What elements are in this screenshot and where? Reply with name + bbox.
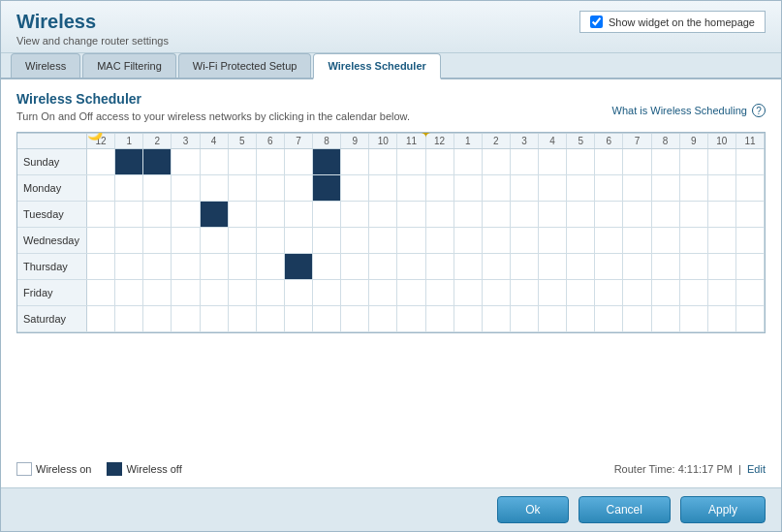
cell-wednesday-1[interactable]	[115, 228, 143, 253]
apply-button[interactable]: Apply	[680, 496, 766, 523]
cell-thursday-8[interactable]	[313, 254, 341, 279]
cell-tuesday-0[interactable]	[87, 202, 115, 227]
cell-saturday-9[interactable]	[341, 306, 369, 331]
cell-thursday-10[interactable]	[369, 254, 397, 279]
cell-sunday-8[interactable]	[313, 149, 341, 174]
cell-saturday-20[interactable]	[652, 306, 680, 331]
cell-thursday-11[interactable]	[397, 254, 425, 279]
cell-friday-6[interactable]	[257, 280, 285, 305]
cell-monday-19[interactable]	[623, 175, 651, 201]
cell-tuesday-15[interactable]	[511, 202, 539, 227]
cell-wednesday-22[interactable]	[708, 228, 736, 253]
cell-monday-3[interactable]	[172, 175, 200, 201]
cell-thursday-14[interactable]	[483, 254, 511, 279]
cell-friday-23[interactable]	[736, 280, 765, 305]
cell-sunday-11[interactable]	[397, 149, 425, 174]
cell-saturday-14[interactable]	[483, 306, 511, 331]
cell-tuesday-6[interactable]	[257, 202, 285, 227]
tab-mac-filtering[interactable]: MAC Filtering	[82, 53, 176, 78]
cell-friday-15[interactable]	[511, 280, 539, 305]
cancel-button[interactable]: Cancel	[579, 496, 671, 523]
cell-wednesday-14[interactable]	[483, 228, 511, 253]
cell-friday-3[interactable]	[172, 280, 200, 305]
cell-monday-12[interactable]	[426, 175, 454, 201]
cell-friday-9[interactable]	[341, 280, 369, 305]
cell-wednesday-12[interactable]	[426, 228, 454, 253]
cell-thursday-5[interactable]	[229, 254, 257, 279]
cell-friday-21[interactable]	[680, 280, 708, 305]
cell-tuesday-22[interactable]	[708, 202, 736, 227]
cell-tuesday-1[interactable]	[115, 202, 143, 227]
cell-wednesday-23[interactable]	[736, 228, 765, 253]
cell-monday-4[interactable]	[201, 175, 229, 201]
cell-wednesday-7[interactable]	[285, 228, 313, 253]
cell-monday-22[interactable]	[708, 175, 736, 201]
cell-tuesday-21[interactable]	[680, 202, 708, 227]
cell-thursday-23[interactable]	[736, 254, 765, 279]
cell-friday-5[interactable]	[229, 280, 257, 305]
cell-sunday-21[interactable]	[680, 149, 708, 174]
cell-tuesday-19[interactable]	[623, 202, 651, 227]
cell-sunday-9[interactable]	[341, 149, 369, 174]
cell-tuesday-18[interactable]	[595, 202, 623, 227]
cell-wednesday-9[interactable]	[341, 228, 369, 253]
cell-saturday-16[interactable]	[539, 306, 567, 331]
cell-monday-5[interactable]	[229, 175, 257, 201]
cell-saturday-1[interactable]	[115, 306, 143, 331]
cell-thursday-1[interactable]	[115, 254, 143, 279]
cell-thursday-13[interactable]	[454, 254, 483, 279]
cell-wednesday-11[interactable]	[397, 228, 425, 253]
cell-thursday-7[interactable]	[285, 254, 313, 279]
cell-monday-23[interactable]	[736, 175, 765, 201]
cell-saturday-13[interactable]	[454, 306, 483, 331]
cell-monday-1[interactable]	[115, 175, 143, 201]
cell-friday-10[interactable]	[369, 280, 397, 305]
cell-saturday-11[interactable]	[397, 306, 425, 331]
cell-thursday-9[interactable]	[341, 254, 369, 279]
cell-tuesday-5[interactable]	[229, 202, 257, 227]
cell-sunday-15[interactable]	[511, 149, 539, 174]
cell-thursday-16[interactable]	[539, 254, 567, 279]
cell-friday-18[interactable]	[595, 280, 623, 305]
cell-saturday-17[interactable]	[567, 306, 595, 331]
cell-sunday-13[interactable]	[454, 149, 483, 174]
cell-saturday-23[interactable]	[736, 306, 765, 331]
cell-sunday-12[interactable]	[426, 149, 454, 174]
cell-monday-10[interactable]	[369, 175, 397, 201]
cell-sunday-18[interactable]	[595, 149, 623, 174]
cell-sunday-3[interactable]	[172, 149, 200, 174]
cell-saturday-6[interactable]	[257, 306, 285, 331]
cell-saturday-15[interactable]	[511, 306, 539, 331]
cell-thursday-19[interactable]	[623, 254, 651, 279]
cell-saturday-18[interactable]	[595, 306, 623, 331]
cell-monday-7[interactable]	[285, 175, 313, 201]
cell-friday-16[interactable]	[539, 280, 567, 305]
cell-saturday-21[interactable]	[680, 306, 708, 331]
cell-wednesday-17[interactable]	[567, 228, 595, 253]
cell-tuesday-8[interactable]	[313, 202, 341, 227]
cell-tuesday-2[interactable]	[143, 202, 172, 227]
cell-saturday-3[interactable]	[172, 306, 200, 331]
cell-wednesday-20[interactable]	[652, 228, 680, 253]
cell-thursday-21[interactable]	[680, 254, 708, 279]
cell-tuesday-12[interactable]	[426, 202, 454, 227]
cell-thursday-4[interactable]	[201, 254, 229, 279]
cell-friday-22[interactable]	[708, 280, 736, 305]
cell-wednesday-5[interactable]	[229, 228, 257, 253]
cell-monday-2[interactable]	[143, 175, 172, 201]
cell-sunday-23[interactable]	[736, 149, 765, 174]
cell-thursday-20[interactable]	[652, 254, 680, 279]
cell-thursday-22[interactable]	[708, 254, 736, 279]
cell-sunday-17[interactable]	[567, 149, 595, 174]
cell-tuesday-20[interactable]	[652, 202, 680, 227]
cell-friday-12[interactable]	[426, 280, 454, 305]
tab-wifi-protected-setup[interactable]: Wi-Fi Protected Setup	[178, 53, 312, 78]
cell-tuesday-9[interactable]	[341, 202, 369, 227]
cell-sunday-6[interactable]	[257, 149, 285, 174]
cell-tuesday-23[interactable]	[736, 202, 765, 227]
cell-tuesday-16[interactable]	[539, 202, 567, 227]
cell-wednesday-19[interactable]	[623, 228, 651, 253]
cell-wednesday-16[interactable]	[539, 228, 567, 253]
cell-sunday-5[interactable]	[229, 149, 257, 174]
cell-monday-20[interactable]	[652, 175, 680, 201]
